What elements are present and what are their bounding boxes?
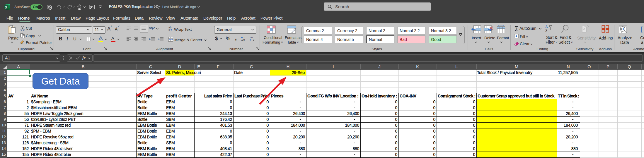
svg-text:0: 0 bbox=[244, 36, 245, 39]
svg-text:c: c bbox=[168, 28, 170, 31]
svg-text:Z: Z bbox=[545, 29, 547, 33]
svg-text:.00: .00 bbox=[249, 36, 253, 39]
svg-text:ab: ab bbox=[149, 26, 153, 30]
svg-text:X: X bbox=[5, 6, 7, 9]
svg-text:A: A bbox=[545, 25, 548, 29]
svg-text:0: 0 bbox=[253, 38, 254, 41]
